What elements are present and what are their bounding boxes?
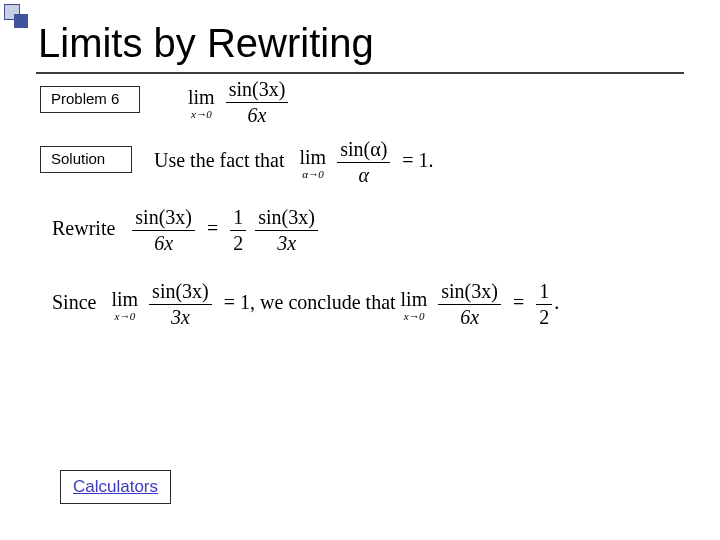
expr-rewrite: Rewrite sin(3x) 6x = 1 2 sin(3x) 3x bbox=[52, 206, 320, 255]
lim-sub-alpha0: α→0 bbox=[300, 168, 327, 180]
den-6x: 6x bbox=[226, 102, 289, 127]
den-alpha: α bbox=[337, 162, 390, 187]
problem-label-box: Problem 6 bbox=[40, 86, 140, 113]
text-eq1-comma: = 1, bbox=[224, 291, 255, 313]
accent-decor bbox=[4, 4, 30, 30]
accent-square-dark bbox=[14, 14, 28, 28]
lim-sub-x0: x→0 bbox=[188, 108, 215, 120]
title-underline bbox=[36, 72, 684, 74]
text-since: Since bbox=[52, 291, 96, 313]
text-use-fact: Use the fact that bbox=[154, 149, 285, 171]
expr-use-fact: Use the fact that lim α→0 sin(α) α = 1. bbox=[154, 138, 434, 187]
text-eq1: = 1. bbox=[402, 149, 433, 171]
slide-title: Limits by Rewriting bbox=[38, 22, 374, 64]
num-sin3x: sin(3x) bbox=[226, 78, 289, 102]
slide: Limits by Rewriting Problem 6 Solution l… bbox=[0, 0, 720, 540]
expr-conclusion: Since lim x→0 sin(3x) 3x = 1, we conclud… bbox=[52, 280, 559, 329]
expr-problem-limit: lim x→0 sin(3x) 6x bbox=[188, 78, 290, 127]
num-sin-alpha: sin(α) bbox=[337, 138, 390, 162]
text-rewrite: Rewrite bbox=[52, 217, 115, 239]
lim-word: lim bbox=[188, 86, 215, 109]
solution-label-box: Solution bbox=[40, 146, 132, 173]
text-conclude: we conclude that bbox=[260, 291, 401, 313]
calculators-link[interactable]: Calculators bbox=[60, 470, 171, 504]
